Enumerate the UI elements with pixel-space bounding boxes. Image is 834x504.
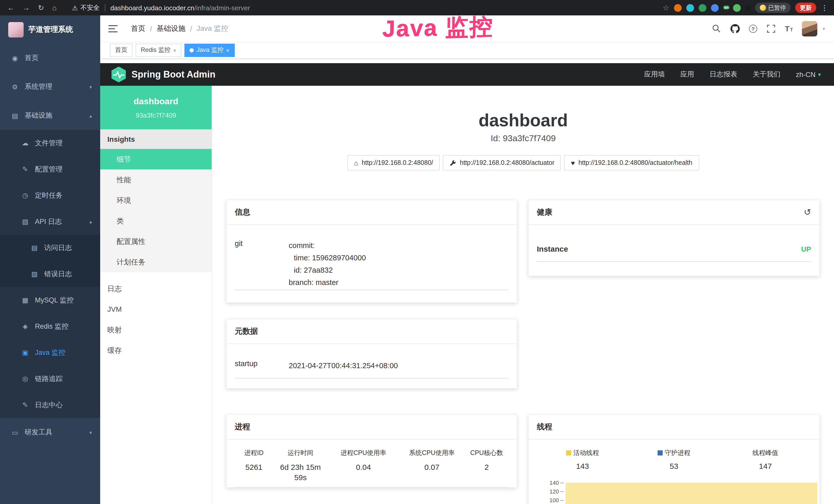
- close-icon[interactable]: ×: [173, 47, 176, 53]
- card-title: 信息: [235, 207, 250, 217]
- paused-badge[interactable]: 已暂停: [755, 3, 791, 13]
- github-icon[interactable]: [730, 24, 740, 33]
- sba-item-jvm[interactable]: JVM: [100, 299, 212, 319]
- sba-item-caches[interactable]: 缓存: [100, 340, 212, 361]
- card-metadata: 元数据 startup 2021-04-27T00:44:31.254+08:0…: [226, 319, 517, 389]
- card-title: 元数据: [235, 327, 258, 336]
- gear-icon: ⚙: [10, 83, 20, 91]
- sba-logo-icon[interactable]: [111, 67, 126, 83]
- tab-label: Java 监控: [197, 46, 223, 54]
- font-size-small: T: [790, 27, 793, 32]
- sidebar-item-mysql[interactable]: ▦ MySQL 监控: [0, 287, 100, 313]
- search-icon[interactable]: [712, 24, 721, 33]
- info-value: commit: time: 1596289704000 id: 27aa832 …: [289, 239, 366, 289]
- user-avatar[interactable]: [802, 21, 817, 36]
- reload-icon[interactable]: ↻: [38, 4, 44, 12]
- sidebar-item-access-log[interactable]: ▤ 访问日志: [0, 235, 100, 261]
- sidebar-item-error-log[interactable]: ▨ 错误日志: [0, 261, 100, 287]
- sba-item-classes[interactable]: 类: [100, 210, 212, 231]
- chevron-down-icon: ▾: [818, 71, 821, 78]
- card-metadata-header: 元数据: [226, 319, 517, 344]
- tab-label: Redis 监控: [141, 46, 171, 54]
- locale-value: zh-CN: [796, 71, 815, 78]
- extension-icon-1[interactable]: [674, 4, 681, 12]
- sidebar-item-config[interactable]: ✎ 配置管理: [0, 156, 100, 182]
- extension-icon-6[interactable]: [745, 5, 750, 10]
- card-process: 进程 进程ID 运行时间 进程CPU使用率 系统CPU使用率 CPU核心数 52…: [226, 414, 517, 488]
- extension-icon-on[interactable]: on: [723, 5, 728, 10]
- document-icon: ▧: [21, 218, 30, 225]
- sidebar-item-log-center[interactable]: ✎ 日志中心: [0, 392, 100, 418]
- health-instance-row: Instance UP: [537, 245, 811, 262]
- actuator-url-link[interactable]: http://192.168.0.2:48080/actuator: [443, 155, 561, 170]
- tab-redis-monitor[interactable]: Redis 监控 ×: [136, 43, 182, 57]
- sidebar-item-devtools[interactable]: ▭ 研发工具 ▾: [0, 418, 100, 447]
- git-branch-line: branch: master: [289, 276, 366, 289]
- font-size-icon[interactable]: T T: [785, 25, 793, 32]
- close-icon[interactable]: ×: [226, 47, 229, 53]
- legend-daemon-threads: 守护进程 53: [628, 449, 720, 472]
- update-button[interactable]: 更新: [795, 3, 816, 13]
- breadcrumb-infra[interactable]: 基础设施: [157, 24, 185, 33]
- forward-icon[interactable]: →: [23, 4, 30, 12]
- col-cpu-cores: CPU核心数: [465, 449, 509, 457]
- sba-brand-title[interactable]: Spring Boot Admin: [132, 69, 216, 80]
- sba-item-mappings[interactable]: 映射: [100, 319, 212, 340]
- sidebar-item-api-log[interactable]: ▧ API 日志 ▴: [0, 208, 100, 235]
- fullscreen-icon[interactable]: [766, 24, 776, 33]
- tab-home[interactable]: 首页: [110, 43, 133, 57]
- sba-item-configprops[interactable]: 配置属性: [100, 231, 212, 252]
- sidebar-item-java-monitor[interactable]: ▣ Java 监控: [0, 339, 100, 366]
- sba-item-logs[interactable]: 日志: [100, 278, 212, 299]
- sba-instance-block[interactable]: dashboard 93a3fc7f7409: [100, 86, 212, 130]
- card-title: 进程: [235, 422, 250, 432]
- sba-nav-about[interactable]: 关于我们: [752, 70, 780, 79]
- caret-down-icon[interactable]: ▾: [823, 26, 825, 31]
- service-url-link[interactable]: ⌂ http://192.168.0.2:48080/: [348, 155, 440, 170]
- sba-root-list: 日志 JVM 映射 缓存: [100, 278, 212, 361]
- legend-swatch-daemon: [658, 450, 663, 456]
- sidebar-item-home[interactable]: ◉ 首页: [0, 44, 100, 72]
- back-icon[interactable]: ←: [7, 4, 14, 12]
- history-icon[interactable]: ↺: [804, 207, 811, 218]
- sidebar-item-redis[interactable]: ◈ Redis 监控: [0, 313, 100, 339]
- sba-nav-wallboard[interactable]: 应用墙: [644, 70, 665, 79]
- sba-sidebar: dashboard 93a3fc7f7409 Insights 细节 性能 环境…: [100, 86, 212, 504]
- sba-nav-journal[interactable]: 日志报表: [709, 70, 737, 79]
- sba-locale-select[interactable]: zh-CN ▾: [796, 71, 821, 78]
- screen: ← → ↻ ⌂ ⚠ 不安全 dashboard.yudao.iocoder.cn…: [0, 0, 834, 504]
- threads-chart: 140 120 100: [537, 478, 811, 504]
- sba-item-environment[interactable]: 环境: [100, 190, 212, 210]
- address-bar[interactable]: dashboard.yudao.iocoder.cn/infra/admin-s…: [110, 4, 250, 12]
- sba-section-insights: Insights: [100, 130, 212, 149]
- sba-nav-applications[interactable]: 应用: [680, 70, 694, 79]
- browser-toolbar: ← → ↻ ⌂ ⚠ 不安全 dashboard.yudao.iocoder.cn…: [0, 0, 834, 16]
- home-icon[interactable]: ⌂: [52, 4, 57, 12]
- browser-menu-icon[interactable]: ⋮: [821, 4, 828, 12]
- security-indicator[interactable]: ⚠ 不安全: [72, 3, 100, 12]
- legend-label: 活动线程: [573, 449, 599, 457]
- sidebar-toggle[interactable]: [108, 25, 118, 32]
- card-health-header: 健康 ↺: [529, 200, 819, 225]
- breadcrumb-home[interactable]: 首页: [131, 24, 146, 33]
- health-url-link[interactable]: ♥ http://192.168.0.2:48080/actuator/heal…: [564, 155, 699, 170]
- sidebar-item-label: 文件管理: [35, 138, 63, 147]
- card-info-header: 信息: [226, 200, 517, 225]
- sidebar-item-files[interactable]: ☁ 文件管理: [0, 130, 100, 156]
- extension-icon-4[interactable]: [711, 4, 719, 12]
- app-logo[interactable]: 芋道管理系统: [0, 16, 100, 44]
- bookmark-star-icon[interactable]: ☆: [663, 4, 669, 12]
- sidebar-item-jobs[interactable]: ◷ 定时任务: [0, 182, 100, 208]
- sidebar-item-tracing[interactable]: ◎ 链路追踪: [0, 366, 100, 392]
- help-icon[interactable]: ?: [749, 24, 757, 32]
- sidebar-item-infra[interactable]: ▤ 基础设施 ▴: [0, 101, 100, 130]
- sba-item-scheduled-tasks[interactable]: 计划任务: [100, 252, 212, 272]
- tab-java-monitor[interactable]: Java 监控 ×: [185, 43, 235, 57]
- extension-icon-5[interactable]: [733, 4, 741, 12]
- extension-icon-3[interactable]: [698, 4, 706, 12]
- eye-icon: ◎: [21, 375, 30, 383]
- extension-icon-2[interactable]: [686, 4, 694, 12]
- sidebar-item-system[interactable]: ⚙ 系统管理 ▾: [0, 72, 100, 101]
- sba-item-metrics[interactable]: 性能: [100, 169, 212, 190]
- sba-item-details[interactable]: 细节: [100, 149, 212, 169]
